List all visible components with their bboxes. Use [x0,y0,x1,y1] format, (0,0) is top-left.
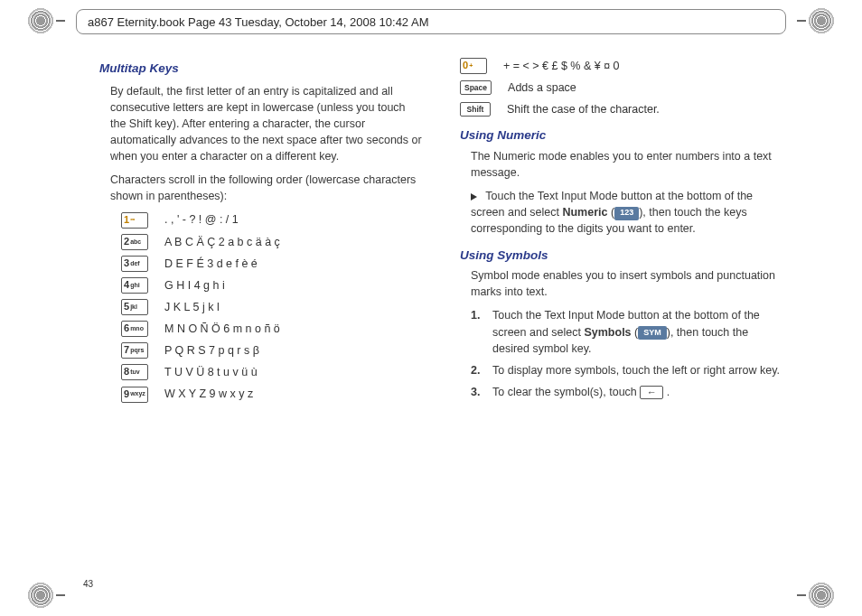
keycap-icon: 9wxyz [121,387,148,403]
symbols-step-2: 2. To display more symbols, touch the le… [471,362,784,378]
keycap-icon: 3def [121,256,148,272]
key-row: SpaceAdds a space [460,79,784,96]
binder-ring-icon [27,7,54,34]
symbols-step-3: 3. To clear the symbol(s), touch ← . [471,384,784,400]
crop-mark-icon [797,20,806,22]
key-characters: G H I 4 g h i [164,277,225,294]
keycap-icon: 2abc [121,234,148,250]
heading-multitap-keys: Multitap Keys [99,60,424,78]
binder-ring-icon [808,582,835,609]
back-arrow-button-icon: ← [640,386,663,399]
symbol-mode-button-icon: SYM [638,326,667,340]
key-row: ShiftShift the case of the character. [460,101,784,117]
heading-using-numeric: Using Numeric [460,126,784,145]
step-body: To display more symbols, touch the left … [492,362,780,378]
key-row: 1∞. , ' - ? ! @ : / 1 [121,211,424,228]
key-row: 9wxyzW X Y Z 9 w x y z [121,386,424,402]
keycap-icon: 6mno [121,321,148,337]
key-row: 0++ = < > € £ $ % & ¥ ¤ 0 [460,58,784,74]
keycap-icon: 7pqrs [121,342,148,359]
key-characters: Shift the case of the character. [507,101,660,117]
page-header-text: a867 Eternity.book Page 43 Tuesday, Octo… [88,15,429,29]
key-row: 8tuvT U V Ü 8 t u v ü ù [121,364,424,380]
key-characters: . , ' - ? ! @ : / 1 [164,211,239,228]
keycap-icon: 4ghi [121,277,148,294]
crop-mark-icon [56,594,65,596]
crop-mark-icon [56,20,65,22]
page-content: Multitap Keys By default, the first lett… [99,52,784,571]
key-characters: W X Y Z 9 w x y z [164,386,253,402]
key-row: 5jklJ K L 5 j k l [121,299,424,315]
key-characters: J K L 5 j k l [164,299,220,315]
page-number: 43 [83,579,93,589]
key-characters: T U V Ü 8 t u v ü ù [164,364,258,380]
right-column: 0++ = < > € £ $ % & ¥ ¤ 0SpaceAdds a spa… [460,52,784,571]
key-characters: + = < > € £ $ % & ¥ ¤ 0 [503,58,620,74]
key-characters: Adds a space [508,79,576,96]
multitap-key-list: 1∞. , ' - ? ! @ : / 12abcA B C Ä Ç 2 a b… [99,211,424,402]
step-number: 1. [471,307,483,356]
left-column: Multitap Keys By default, the first lett… [99,52,424,571]
multitap-paragraph-1: By default, the first letter of an entry… [110,83,424,165]
heading-using-symbols: Using Symbols [460,247,784,265]
key-characters: A B C Ä Ç 2 a b c ä à ç [164,234,280,250]
numeric-bold: Numeric [562,206,607,219]
numeric-mode-button-icon: 123 [614,207,639,220]
keycap-icon: 5jkl [121,299,148,315]
symbols-steps-list: 1. Touch the Text Input Mode button at t… [471,307,784,400]
keycap-word-icon: Shift [460,102,491,117]
keycap-word-icon: Space [460,80,492,95]
step-number: 2. [471,362,483,378]
keycap-icon: 8tuv [121,364,148,380]
symbols-paragraph: Symbol mode enables you to insert symbol… [471,267,784,300]
binder-ring-icon [808,7,835,34]
page-header-bar: a867 Eternity.book Page 43 Tuesday, Octo… [76,9,786,34]
step-body: To clear the symbol(s), touch ← . [492,384,670,400]
keycap-icon: 1∞ [121,212,148,229]
key-row: 4ghiG H I 4 g h i [121,277,424,294]
key-row: 3defD E F É 3 d e f è é [121,256,424,272]
numeric-paragraph: The Numeric mode enables you to enter nu… [471,148,784,181]
crop-mark-icon [797,594,806,596]
key-row: 2abcA B C Ä Ç 2 a b c ä à ç [121,234,424,250]
special-key-list: 0++ = < > € £ $ % & ¥ ¤ 0SpaceAdds a spa… [460,58,784,117]
triangle-bullet-icon [471,193,477,201]
multitap-paragraph-2: Characters scroll in the following order… [110,172,424,204]
key-characters: M N O Ñ Ö 6 m n o ñ ö [164,321,280,337]
keycap-icon: 0+ [460,58,487,74]
key-characters: P Q R S 7 p q r s β [164,342,259,359]
numeric-step: Touch the Text Input Mode button at the … [471,188,784,237]
step-number: 3. [471,384,483,400]
symbols-step-1: 1. Touch the Text Input Mode button at t… [471,307,784,356]
binder-ring-icon [27,582,54,609]
key-characters: D E F É 3 d e f è é [164,256,258,272]
step-body: Touch the Text Input Mode button at the … [492,307,784,356]
key-row: 6mnoM N O Ñ Ö 6 m n o ñ ö [121,321,424,337]
key-row: 7pqrsP Q R S 7 p q r s β [121,342,424,359]
